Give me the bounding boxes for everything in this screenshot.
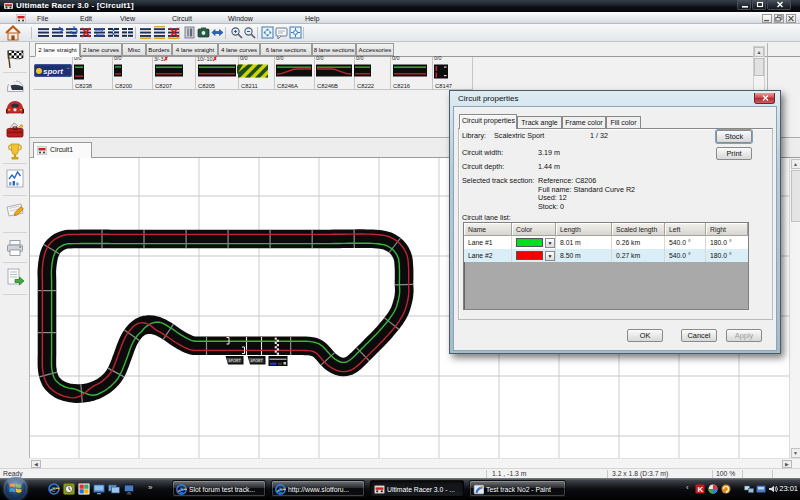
menu-item-circuit[interactable]: Circuit: [172, 15, 192, 22]
border-delete-button[interactable]: [167, 26, 181, 40]
delete-track-button[interactable]: [79, 26, 93, 40]
move-arrows-button[interactable]: [211, 26, 225, 40]
table-row[interactable]: Lane #2 ▼ 8.50 m 0.27 km 540.0 ° 180.0 °: [464, 249, 748, 262]
scroll-down-arrow[interactable]: ▼: [791, 448, 800, 458]
mdi-restore-button[interactable]: [774, 14, 784, 23]
quicklaunch-monitor-button[interactable]: [123, 483, 135, 495]
sidebar-statistics-chart-button[interactable]: [4, 168, 26, 190]
sidebar-printer-button[interactable]: [4, 237, 26, 259]
palette-cell-c8238[interactable]: 0/0C8238: [73, 57, 113, 90]
menu-item-file[interactable]: File: [37, 15, 48, 22]
palette-cell-c8200[interactable]: 0/0C8200: [113, 57, 153, 90]
taskbar-button[interactable]: eSlot forum test track...: [172, 480, 266, 497]
sidebar-helmet-button[interactable]: [4, 76, 26, 98]
minimize-button[interactable]: [737, 0, 751, 10]
color-dropdown-button[interactable]: ▼: [545, 251, 555, 261]
tab-circuit1[interactable]: Circuit1: [33, 142, 92, 158]
palette-tab[interactable]: Misc: [122, 43, 146, 56]
palette-tab[interactable]: 2 lane straight: [35, 43, 80, 57]
swap-track-button[interactable]: [93, 26, 107, 40]
table-row[interactable]: Lane #1 ▼ 8.01 m 0.26 km 540.0 ° 180.0 °: [464, 236, 748, 249]
taskbar-button[interactable]: Test track No2 - Paint: [469, 480, 566, 497]
sidebar-race-car-button[interactable]: [4, 96, 26, 118]
column-header[interactable]: Left: [665, 223, 706, 236]
tray-expand-button[interactable]: ‹: [686, 483, 689, 492]
tray-disk-icon[interactable]: [756, 484, 766, 494]
palette-tab[interactable]: 4 lane curves: [218, 43, 260, 56]
palette-cell-c8216[interactable]: 0/0C8216: [391, 57, 433, 90]
zoom-out-button[interactable]: [243, 26, 257, 40]
scroll-thumb[interactable]: [754, 58, 764, 76]
print-button[interactable]: Print: [716, 147, 752, 160]
align-track-button[interactable]: [121, 26, 135, 40]
quicklaunch-overflow-button[interactable]: »: [148, 483, 152, 492]
duplicate-track-button[interactable]: [107, 26, 121, 40]
menu-item-window[interactable]: Window: [228, 15, 253, 22]
mdi-close-button[interactable]: [786, 14, 796, 23]
scroll-up-arrow[interactable]: ▲: [791, 159, 800, 169]
home-button[interactable]: [3, 24, 23, 42]
tray-volume-icon[interactable]: [768, 484, 778, 494]
tray-network-icon[interactable]: [744, 484, 754, 494]
color-dropdown-button[interactable]: ▼: [545, 238, 555, 248]
sidebar-export-document-button[interactable]: [4, 266, 26, 288]
horizontal-scrollbar[interactable]: ◀▶: [30, 458, 800, 468]
quicklaunch-media-clock-button[interactable]: [63, 483, 75, 495]
center-view-button[interactable]: [289, 26, 303, 40]
palette-cell-c8246a[interactable]: 0/0C8246A: [275, 57, 315, 90]
cancel-button[interactable]: Cancel: [681, 329, 717, 342]
ok-button[interactable]: OK: [627, 329, 663, 342]
mdi-minimize-button[interactable]: [762, 14, 772, 23]
dialog-close-button[interactable]: [754, 93, 775, 104]
scroll-left-arrow[interactable]: ◀: [31, 460, 41, 468]
stock-button[interactable]: Stock: [716, 130, 752, 143]
scroll-up-arrow[interactable]: ▲: [754, 47, 764, 57]
panel-button[interactable]: [183, 26, 197, 40]
snapshot-button[interactable]: [197, 26, 211, 40]
menu-item-view[interactable]: View: [120, 15, 135, 22]
palette-tab[interactable]: 6 lane sections: [260, 43, 312, 56]
sidebar-checkered-flag-button[interactable]: [4, 48, 26, 70]
rotate-track-button[interactable]: [65, 26, 79, 40]
palette-cell-c8246b[interactable]: 0/0C8246B: [315, 57, 355, 90]
sidebar-toolbox-button[interactable]: [4, 119, 26, 141]
comment-button[interactable]: [275, 26, 289, 40]
column-header[interactable]: Length: [556, 223, 612, 236]
sidebar-trophy-button[interactable]: [4, 140, 26, 162]
insert-track-button[interactable]: [51, 26, 65, 40]
border-add-button[interactable]: [139, 26, 153, 40]
zoom-in-button[interactable]: [230, 26, 244, 40]
column-header[interactable]: Name: [464, 223, 512, 236]
quicklaunch-switcher-window-button[interactable]: [108, 483, 120, 495]
color-swatch[interactable]: [516, 238, 543, 247]
taskbar-button[interactable]: Ultimate Racer 3.0 - ...: [370, 480, 464, 497]
scroll-thumb[interactable]: [791, 170, 800, 222]
menu-item-help[interactable]: Help: [305, 15, 319, 22]
new-track-button[interactable]: [37, 26, 51, 40]
sidebar-notepad-pencil-button[interactable]: [4, 199, 26, 221]
zoom-fit-button[interactable]: [261, 26, 275, 40]
apply-button[interactable]: Apply: [726, 329, 762, 342]
tray-updater-icon[interactable]: [721, 484, 731, 494]
palette-cell-c8205[interactable]: 10/-10✗C8205: [196, 57, 239, 90]
quicklaunch-show-desktop-button[interactable]: [93, 483, 105, 495]
close-button[interactable]: [767, 0, 791, 10]
palette-cell-c8207[interactable]: 3/-3✗C8207: [153, 57, 196, 90]
scroll-right-arrow[interactable]: ▶: [782, 460, 792, 468]
column-header[interactable]: Color: [512, 223, 556, 236]
menu-item-edit[interactable]: Edit: [80, 15, 92, 22]
quicklaunch-internet-explorer-button[interactable]: e: [48, 483, 60, 495]
palette-cell-c8147[interactable]: 0/0C8147: [433, 57, 473, 90]
quicklaunch-picture-viewer-button[interactable]: [78, 483, 90, 495]
border-edit-button[interactable]: [153, 26, 167, 40]
palette-cell-c8222[interactable]: 0/0C8222: [355, 57, 391, 90]
vertical-scrollbar[interactable]: ▲▼: [789, 158, 800, 458]
column-header[interactable]: Right: [706, 223, 748, 236]
restore-button[interactable]: [752, 0, 766, 10]
dialog-tab[interactable]: Circuit properties: [459, 114, 517, 129]
color-swatch[interactable]: [516, 251, 543, 260]
tray-antivirus-icon[interactable]: K: [695, 484, 705, 494]
taskbar-button[interactable]: ehttp://www.slotforu...: [271, 480, 365, 497]
column-header[interactable]: Scaled length: [612, 223, 665, 236]
start-button[interactable]: [4, 477, 27, 500]
